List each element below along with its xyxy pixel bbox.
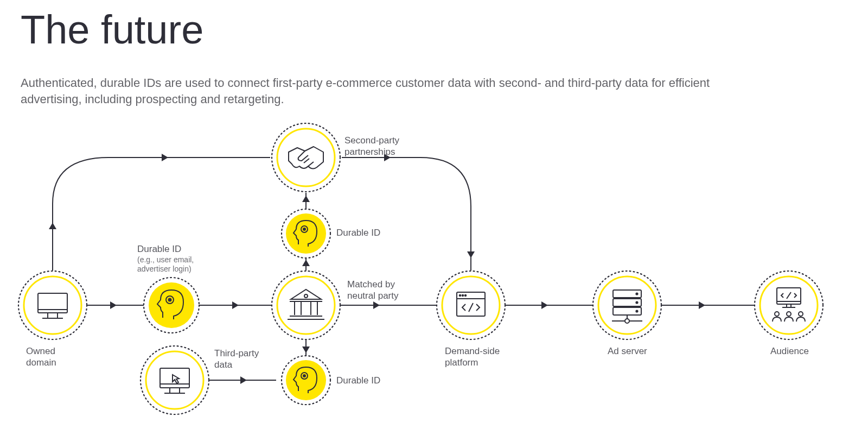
svg-point-67 (459, 295, 461, 297)
svg-marker-9 (110, 301, 117, 309)
node-audience (755, 271, 823, 339)
label-durable-id-upper: Durable ID (336, 227, 380, 238)
svg-point-32 (169, 299, 171, 301)
svg-point-76 (636, 293, 637, 294)
label-dsp: Demand-side platform (445, 345, 500, 368)
node-third-party-data (141, 346, 209, 414)
svg-marker-15 (162, 154, 168, 161)
svg-marker-14 (49, 223, 56, 229)
label-durable-id-sub: (e.g., user email, advertiser login) (137, 255, 194, 274)
svg-point-23 (24, 276, 81, 334)
label-ad-server: Ad server (608, 345, 647, 357)
label-audience: Audience (770, 345, 809, 357)
label-second-party: Second-party partnerships (344, 135, 399, 158)
diagram-page: The future Authenticated, durable IDs ar… (0, 0, 868, 441)
node-ad-server (593, 271, 661, 339)
svg-marker-13 (699, 301, 705, 309)
svg-point-69 (465, 295, 467, 297)
svg-marker-11 (373, 301, 380, 309)
svg-marker-12 (541, 301, 548, 309)
svg-point-64 (442, 276, 500, 334)
svg-point-53 (286, 360, 326, 400)
svg-point-51 (303, 228, 305, 230)
label-third-party-data: Third-party data (214, 348, 259, 370)
svg-marker-21 (240, 376, 247, 384)
svg-marker-18 (302, 260, 310, 266)
svg-point-55 (303, 375, 305, 377)
svg-point-72 (598, 276, 656, 334)
svg-point-78 (636, 310, 637, 312)
svg-marker-19 (302, 196, 310, 202)
svg-point-68 (462, 295, 464, 297)
node-durable-id-lower (282, 356, 330, 405)
svg-point-49 (286, 213, 326, 254)
node-dsp (437, 271, 505, 339)
svg-marker-10 (232, 301, 239, 309)
node-durable-id-upper (282, 209, 330, 258)
label-matched-neutral: Matched by neutral party (347, 279, 399, 301)
svg-marker-20 (302, 346, 310, 353)
svg-point-30 (149, 282, 194, 328)
svg-point-34 (277, 276, 335, 334)
flow-diagram (0, 0, 868, 441)
svg-point-84 (760, 276, 818, 334)
node-owned-domain (18, 271, 87, 339)
node-matched-neutral (272, 271, 340, 339)
label-owned-domain: Owned domain (26, 345, 56, 368)
svg-point-77 (636, 301, 637, 303)
label-durable-id-lower: Durable ID (336, 375, 380, 386)
label-durable-id-main: Durable ID (137, 243, 181, 255)
node-durable-id-main (144, 278, 199, 333)
node-second-party (272, 123, 340, 192)
svg-marker-17 (467, 251, 475, 258)
